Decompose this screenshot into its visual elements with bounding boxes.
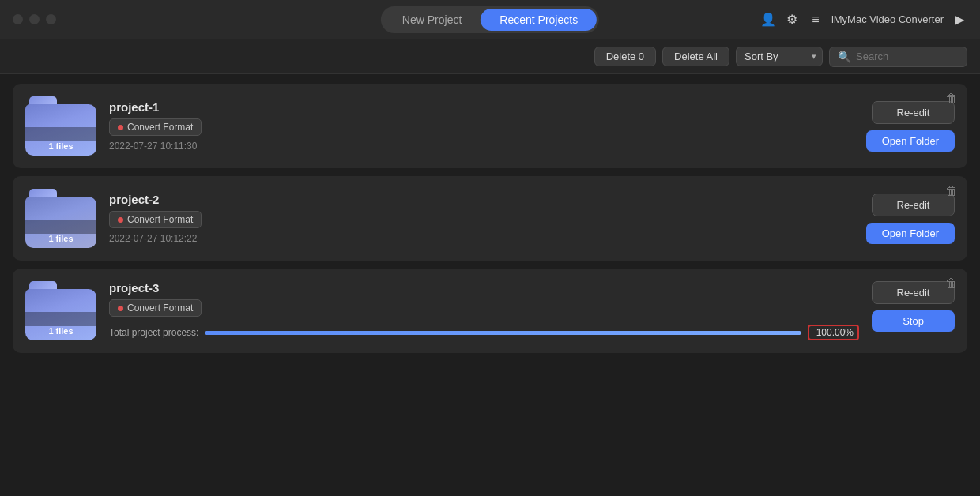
tab-group: New Project Recent Projects [381, 6, 599, 33]
project-card-progress: 🗑 1 files project-3 Convert Format Total… [13, 269, 967, 353]
folder-icon: 1 files [25, 96, 96, 156]
delete-icon[interactable]: 🗑 [945, 92, 958, 106]
progress-section: Total project process: 100.00% [109, 325, 859, 340]
sort-select[interactable]: Sort By Name Date Size [736, 47, 823, 66]
search-icon: 🔍 [838, 51, 851, 63]
maximize-button[interactable] [46, 14, 56, 24]
app-title-area: 👤 ⚙ ≡ iMyMac Video Converter ▶ [760, 12, 967, 28]
convert-format-badge: Convert Format [109, 299, 202, 317]
settings-icon[interactable]: ⚙ [784, 12, 800, 28]
minimize-button[interactable] [29, 14, 40, 24]
progress-bar-fill [205, 331, 801, 335]
progress-row: Total project process: 100.00% [109, 325, 859, 340]
search-input[interactable] [856, 51, 959, 62]
tab-new-project[interactable]: New Project [383, 9, 481, 31]
app-name: iMyMac Video Converter [831, 13, 944, 25]
main-content: 🗑 1 files project-1 Convert Format 2022-… [0, 74, 980, 496]
delete-selected-button[interactable]: Delete 0 [594, 47, 656, 66]
stop-button[interactable]: Stop [872, 310, 955, 332]
card-actions: Re-edit Open Folder [866, 194, 955, 244]
project-info: project-1 Convert Format 2022-07-27 10:1… [109, 100, 854, 152]
tab-recent-projects[interactable]: Recent Projects [481, 9, 597, 31]
toolbar: Delete 0 Delete All Sort By Name Date Si… [0, 39, 980, 74]
open-folder-button[interactable]: Open Folder [866, 223, 955, 244]
project-info: project-2 Convert Format 2022-07-27 10:1… [109, 193, 854, 244]
card-actions: Re-edit Open Folder [866, 101, 955, 152]
close-button[interactable] [13, 14, 23, 24]
folder-icon: 1 files [25, 281, 96, 340]
convert-format-badge: Convert Format [109, 211, 202, 228]
project-info: project-3 Convert Format Total project p… [109, 281, 859, 340]
reedit-button[interactable]: Re-edit [872, 101, 955, 124]
search-wrap: 🔍 [829, 47, 967, 67]
reedit-button[interactable]: Re-edit [872, 194, 955, 216]
progress-label: Total project process: [109, 327, 198, 338]
traffic-lights [13, 14, 56, 24]
project-card: 🗑 1 files project-2 Convert Format 2022-… [13, 176, 967, 261]
reedit-button[interactable]: Re-edit [872, 281, 955, 304]
progress-bar [205, 331, 801, 335]
progress-percentage: 100.00% [808, 325, 859, 340]
delete-all-button[interactable]: Delete All [662, 47, 729, 66]
open-folder-button[interactable]: Open Folder [866, 130, 955, 152]
sort-select-wrap: Sort By Name Date Size ▾ [736, 47, 823, 66]
convert-dot-icon [118, 125, 123, 130]
user-icon[interactable]: 👤 [760, 12, 776, 28]
convert-dot-icon [118, 217, 123, 223]
delete-icon[interactable]: 🗑 [945, 184, 958, 198]
folder-icon: 1 files [25, 189, 96, 248]
app-logo-icon: ▶ [952, 12, 967, 28]
project-date: 2022-07-27 10:11:30 [109, 141, 854, 152]
convert-dot-icon [118, 306, 123, 311]
project-name: project-2 [109, 193, 854, 206]
project-card: 🗑 1 files project-1 Convert Format 2022-… [13, 84, 967, 168]
delete-icon[interactable]: 🗑 [945, 276, 958, 291]
project-date: 2022-07-27 10:12:22 [109, 233, 854, 244]
card-actions: Re-edit Stop [872, 281, 955, 332]
project-name: project-1 [109, 100, 854, 114]
project-name: project-3 [109, 281, 859, 295]
menu-icon[interactable]: ≡ [808, 12, 824, 28]
convert-format-badge: Convert Format [109, 118, 202, 136]
title-bar: New Project Recent Projects 👤 ⚙ ≡ iMyMac… [0, 0, 980, 39]
